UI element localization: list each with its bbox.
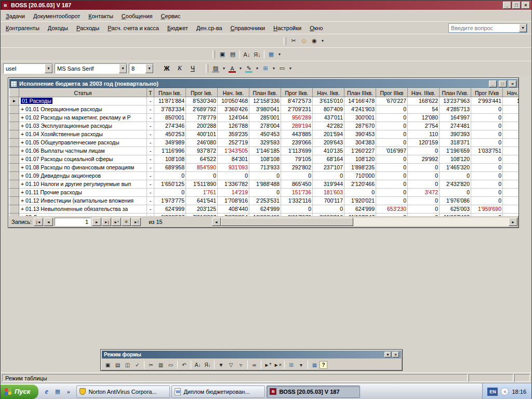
value-cell[interactable]: 956'289 [281,114,313,122]
value-cell[interactable]: 274'481 [440,122,471,130]
type-cell[interactable]: + [147,214,154,217]
first-record-button[interactable]: |◄ [34,218,43,226]
row-selector[interactable] [10,214,19,217]
column-header[interactable]: Прог Iкв. [186,89,218,97]
value-cell[interactable] [503,180,519,189]
value-cell[interactable]: 1'465'320 [440,164,471,172]
value-cell[interactable]: 0 [440,172,471,180]
chevron-down-icon[interactable]: ▾ [119,64,127,73]
value-cell[interactable]: 2'253'531 [249,197,281,205]
value-cell[interactable]: 3'472 [408,189,440,197]
value-cell[interactable]: 2'689'792 [186,105,218,114]
smiley-icon[interactable]: ☺ [299,36,309,46]
value-cell[interactable]: 0 [313,205,344,214]
table-row[interactable]: + 01.05 Общеуправленческие расходы-349'9… [10,139,519,147]
type-cell[interactable]: - [147,197,154,205]
row-selector[interactable] [10,155,19,164]
column-header[interactable]: Прог IIкв. [281,89,313,97]
value-cell[interactable]: 246'080 [186,139,218,147]
delete-record-icon[interactable]: ►× [273,360,283,370]
value-cell[interactable]: 252'719 [218,139,249,147]
article-cell[interactable]: + 01.03 Эксплуатационные расходы [19,122,147,130]
value-cell[interactable]: 318'371 [440,139,471,147]
value-cell[interactable]: 0 [376,105,408,114]
type-cell[interactable]: - [147,122,154,130]
value-cell[interactable]: 865'450 [281,180,313,189]
value-cell[interactable]: 0 [471,139,503,147]
chevron-down-icon[interactable]: ▾ [519,24,527,32]
value-cell[interactable] [503,189,519,197]
value-cell[interactable]: 624'999 [154,205,186,214]
value-cell[interactable]: 1'113'699 [281,147,313,155]
row-selector[interactable] [10,139,19,147]
value-cell[interactable]: 68'164 [313,155,344,164]
value-cell[interactable]: 3'600'216 [313,214,344,217]
value-cell[interactable]: 0 [249,189,281,197]
value-cell[interactable]: 1'196'659 [440,147,471,155]
quick-launch-more-icon[interactable]: » [64,387,73,396]
type-cell[interactable]: - [147,97,154,105]
value-cell[interactable]: 289'194 [281,122,313,130]
value-cell[interactable]: 9'239'527 [154,214,186,217]
value-cell[interactable]: 292'802 [281,164,313,172]
value-cell[interactable]: 689'958 [154,164,186,172]
value-cell[interactable]: 8'617'979 [281,214,313,217]
value-cell[interactable]: 110 [408,130,440,139]
font-color-icon[interactable]: А [227,64,237,73]
database-window-icon[interactable]: ⊞ [286,360,296,370]
value-cell[interactable]: 14'166'478 [344,97,376,105]
value-cell[interactable]: 0 [186,172,218,180]
value-cell[interactable]: 1'708'916 [218,197,249,205]
value-cell[interactable]: 349'989 [154,139,186,147]
type-cell[interactable]: - [147,139,154,147]
value-cell[interactable]: 2'120'466 [344,180,376,189]
value-cell[interactable]: 0 [471,214,503,217]
value-cell[interactable]: 0 [376,214,408,217]
last-record-button[interactable]: ►| [102,218,111,226]
table-row[interactable]: + 02 Доходы+9'239'5277'213'2077'676'9541… [10,214,519,217]
value-cell[interactable]: 200'288 [186,122,218,130]
value-cell[interactable]: 108'108 [154,155,186,164]
toolbar-options-icon[interactable]: ▾ [320,36,326,46]
value-cell[interactable]: 14'219 [218,189,249,197]
value-cell[interactable]: 653'230 [376,205,408,214]
value-cell[interactable]: 624'999 [249,205,281,214]
apply-filter-icon[interactable]: ▿ [236,360,246,370]
value-cell[interactable]: 8'472'573 [281,97,313,105]
font-combobox[interactable]: MS Sans Serif ▾ [55,63,127,74]
value-cell[interactable]: 850'001 [154,114,186,122]
current-record-input[interactable]: 1 [55,218,91,226]
language-indicator[interactable]: EN [487,388,498,396]
copy-icon[interactable]: ▥ [156,360,166,370]
value-cell[interactable]: 1'116'996 [154,147,186,155]
value-cell[interactable]: 0 [376,155,408,164]
chevron-down-icon[interactable]: ▾ [45,64,52,73]
value-cell[interactable]: 4'285'713 [440,105,471,114]
print-icon[interactable]: ▤ [113,360,123,370]
fill-color-dropdown[interactable]: ▾ [221,64,227,73]
value-cell[interactable]: 1'973'775 [154,197,186,205]
value-cell[interactable]: 11'192'947 [344,214,376,217]
toolbar-options-icon[interactable]: ▾ [276,50,283,59]
chevron-down-icon[interactable]: ▾ [145,64,153,73]
type-cell[interactable]: - [147,205,154,214]
row-selector[interactable] [10,105,19,114]
value-cell[interactable]: 7'213'207 [186,214,218,217]
value-cell[interactable]: 0 [249,172,281,180]
font-size-combobox[interactable]: 8 ▾ [129,63,154,74]
underline-button[interactable]: Ч [187,63,198,74]
value-cell[interactable] [503,214,519,217]
article-cell[interactable]: + 01.12 Инвестиции (капитальные вложения [19,197,147,205]
value-cell[interactable]: 11'871'884 [154,97,186,105]
table-row[interactable]: + 01.09 Дивиденды акционеров-000000710'0… [10,172,519,180]
table-row[interactable]: ►01 Расходы-11'871'8848'530'34010'050'46… [10,97,519,105]
value-cell[interactable]: 5 [503,105,519,114]
value-cell[interactable]: 0 [376,180,408,189]
highlight-dropdown[interactable]: ▾ [254,64,260,73]
article-cell[interactable]: + 01.01 Операционные расходы [19,105,147,114]
row-selector[interactable] [10,205,19,214]
value-cell[interactable]: 120'159 [408,139,440,147]
value-cell[interactable]: 239'066 [281,139,313,147]
value-cell[interactable]: 108'120 [440,155,471,164]
menu-item[interactable]: Расходы [72,23,103,33]
